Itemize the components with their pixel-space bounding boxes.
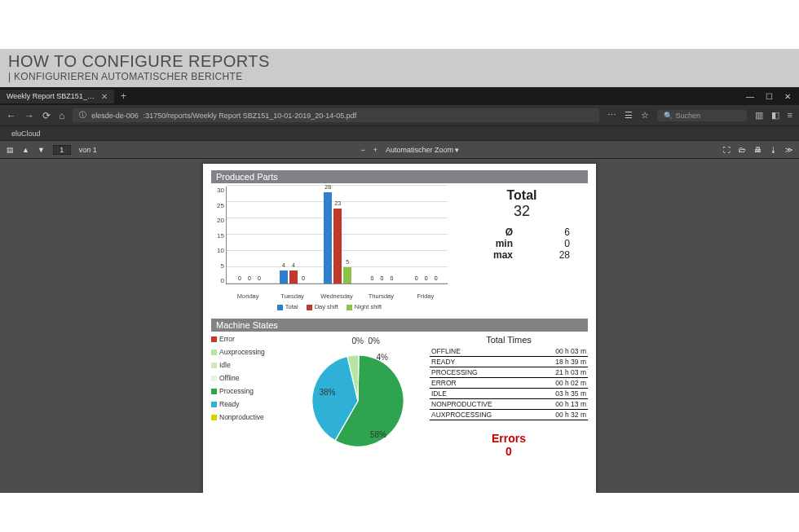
svg-text:4%: 4% (377, 353, 389, 362)
stat-avg-value: 6 (549, 226, 570, 238)
tab-title: Weekly Report SBZ151_10-01-2019… (7, 92, 96, 100)
table-row: READY18 h 39 m (430, 357, 588, 367)
produced-parts-header: Produced Parts (211, 170, 588, 183)
more-icon[interactable]: ⋯ (607, 110, 616, 121)
svg-text:0%: 0% (352, 336, 364, 345)
fullscreen-icon[interactable]: ⛶ (723, 146, 731, 154)
info-icon[interactable]: ⓘ (79, 110, 86, 121)
search-bar[interactable]: 🔍 Suchen (657, 110, 747, 121)
pdf-page: Produced Parts 302520151050 000440282350… (203, 164, 596, 493)
open-icon[interactable]: 🗁 (739, 146, 746, 154)
window-controls: — ☐ ✕ (746, 92, 799, 101)
machine-states-legend: ErrorAuxprocessingIdleOfflineProcessingR… (211, 335, 286, 458)
stat-total-label: Total (456, 188, 588, 203)
browser-toolbar: ← → ⟳ ⌂ ⓘ elesde-de-006:31750/reports/We… (0, 105, 799, 126)
table-row: ERROR00 h 02 m (430, 378, 588, 389)
home-icon[interactable]: ⌂ (59, 110, 64, 121)
url-path: :31750/reports/Weekly Report SBZ151_10-0… (143, 112, 357, 120)
errors-value: 0 (430, 445, 588, 458)
chevron-down-icon: ▾ (455, 146, 459, 154)
stat-max-value: 28 (549, 249, 570, 261)
bookmark-bar: eluCloud (0, 126, 799, 141)
hero-whitespace (0, 0, 799, 49)
titlebar: Weekly Report SBZ151_10-01-2019… ✕ + — ☐… (0, 87, 799, 105)
pdf-sidebar-icon[interactable]: ▤ (7, 146, 14, 154)
hero-subtitle: | KONFIGURIEREN AUTOMATISCHER BERICHTE (8, 71, 791, 82)
pdf-toolbar: ▤ ▲ ▼ von 1 − + Automatischer Zoom ▾ ⛶ 🗁… (0, 141, 799, 159)
close-window-icon[interactable]: ✕ (784, 92, 791, 101)
stat-min-label: min (485, 238, 513, 249)
svg-text:0%: 0% (369, 336, 381, 345)
browser-tab[interactable]: Weekly Report SBZ151_10-01-2019… ✕ (0, 90, 114, 103)
search-icon: 🔍 (664, 112, 673, 120)
sidebar-icon[interactable]: ◧ (771, 110, 779, 121)
url-host: elesde-de-006 (91, 112, 139, 120)
table-row: NONPRODUCTIVE00 h 13 m (430, 399, 588, 410)
produced-parts-stats: Total 32 Ø6 min0 max28 (456, 187, 588, 310)
browser-window: Weekly Report SBZ151_10-01-2019… ✕ + — ☐… (0, 87, 799, 493)
machine-states-header: Machine States (211, 319, 588, 332)
svg-text:38%: 38% (320, 387, 336, 396)
zoom-out-icon[interactable]: − (360, 146, 364, 154)
forward-icon[interactable]: → (24, 110, 34, 121)
svg-text:58%: 58% (370, 430, 386, 439)
machine-states-pie: 0%0%4%58%38% (293, 335, 423, 458)
pdf-page-input[interactable] (53, 145, 71, 155)
star-icon[interactable]: ☆ (641, 110, 649, 121)
table-row: PROCESSING21 h 03 m (430, 367, 588, 378)
total-times-header: Total Times (430, 335, 588, 345)
tools-icon[interactable]: ≫ (785, 146, 792, 154)
close-icon[interactable]: ✕ (101, 92, 108, 101)
menu-icon[interactable]: ≡ (788, 110, 792, 121)
total-times-table: OFFLINE00 h 03 m READY18 h 39 m PROCESSI… (430, 346, 588, 420)
maximize-icon[interactable]: ☐ (766, 92, 773, 101)
search-placeholder: Suchen (676, 112, 701, 120)
stat-avg-label: Ø (485, 226, 513, 238)
stat-min-value: 0 (549, 238, 570, 249)
back-icon[interactable]: ← (7, 110, 16, 121)
reader-icon[interactable]: ☰ (625, 110, 633, 121)
errors-label: Errors (430, 432, 588, 445)
hero-title: HOW TO CONFIGURE REPORTS (8, 52, 791, 71)
produced-parts-chart: 302520151050 00044028235000000 MondayTue… (211, 187, 448, 310)
download-icon[interactable]: ⭳ (770, 146, 777, 154)
pdf-page-of: von 1 (79, 146, 97, 154)
library-icon[interactable]: ▥ (755, 110, 763, 121)
hero-band: HOW TO CONFIGURE REPORTS | KONFIGURIEREN… (0, 49, 799, 87)
zoom-in-icon[interactable]: + (373, 146, 377, 154)
pdf-viewer[interactable]: Produced Parts 302520151050 000440282350… (0, 159, 799, 493)
zoom-select[interactable]: Automatischer Zoom ▾ (386, 146, 460, 154)
reload-icon[interactable]: ⟳ (42, 110, 51, 121)
bookmark-elucloud[interactable]: eluCloud (11, 130, 41, 138)
url-bar[interactable]: ⓘ elesde-de-006:31750/reports/Weekly Rep… (73, 108, 598, 122)
table-row: AUXPROCESSING00 h 32 m (430, 410, 588, 420)
new-tab-button[interactable]: + (114, 90, 133, 102)
minimize-icon[interactable]: — (746, 92, 754, 101)
table-row: IDLE03 h 35 m (430, 389, 588, 399)
stat-total-value: 32 (456, 203, 588, 220)
stat-max-label: max (485, 249, 513, 261)
pdf-page-down-icon[interactable]: ▼ (38, 146, 45, 154)
pdf-page-up-icon[interactable]: ▲ (22, 146, 29, 154)
print-icon[interactable]: 🖶 (754, 146, 761, 154)
table-row: OFFLINE00 h 03 m (430, 346, 588, 357)
